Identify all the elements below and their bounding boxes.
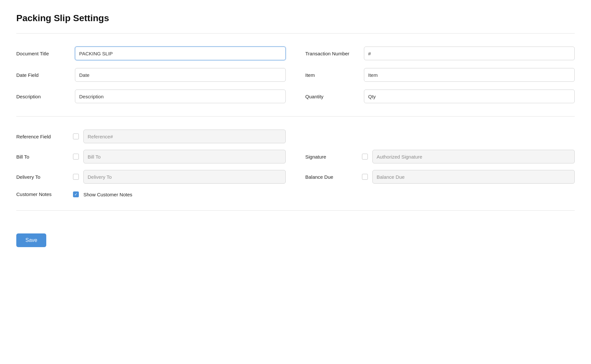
quantity-input[interactable] [364,90,575,103]
item-input[interactable] [364,68,575,82]
actions-section: Save [16,217,575,250]
item-row: Item [305,68,575,82]
delivery-to-label: Delivery To [16,174,68,180]
customer-notes-checkbox[interactable] [73,191,79,197]
balance-due-input[interactable] [372,170,575,184]
document-title-input[interactable] [75,47,286,60]
main-fields-grid: Document Title Transaction Number Date F… [16,47,575,103]
balance-due-checkbox[interactable] [362,174,368,180]
description-input[interactable] [75,90,286,103]
transaction-number-label: Transaction Number [305,51,357,56]
signature-checkbox[interactable] [362,154,368,160]
item-label: Item [305,72,357,78]
transaction-number-row: Transaction Number [305,47,575,60]
delivery-to-checkbox[interactable] [73,174,79,180]
quantity-row: Quantity [305,90,575,103]
page-title: Packing Slip Settings [16,13,575,23]
divider-middle [16,116,575,117]
date-field-row: Date Field [16,68,286,82]
transaction-number-input[interactable] [364,47,575,60]
balance-due-label: Balance Due [305,174,357,180]
reference-field-row: Reference Field [16,130,286,143]
signature-label: Signature [305,154,357,160]
bill-to-checkbox[interactable] [73,154,79,160]
signature-row: Signature [305,150,575,163]
customer-notes-row: Customer Notes Show Customer Notes [16,191,575,197]
reference-field-checkbox[interactable] [73,133,79,139]
delivery-to-row: Delivery To [16,170,286,184]
document-title-label: Document Title [16,51,68,56]
balance-due-row: Balance Due [305,170,575,184]
reference-field-label: Reference Field [16,134,68,139]
customer-notes-label-wrapper: Customer Notes [16,191,68,197]
bill-to-label: Bill To [16,154,68,160]
save-button[interactable]: Save [16,233,46,247]
checkbox-fields-grid: Reference Field Bill To Signature Delive… [16,130,575,184]
date-field-label: Date Field [16,72,68,78]
checkbox-fields-section: Reference Field Bill To Signature Delive… [16,123,575,204]
signature-input[interactable] [372,150,575,163]
description-row: Description [16,90,286,103]
description-label: Description [16,94,68,99]
delivery-to-input[interactable] [83,170,286,184]
main-fields-section: Document Title Transaction Number Date F… [16,40,575,110]
bill-to-input[interactable] [83,150,286,163]
show-customer-notes-text: Show Customer Notes [83,192,132,197]
document-title-row: Document Title [16,47,286,60]
empty-cell-reference [305,130,575,143]
customer-notes-label: Customer Notes [16,191,51,197]
reference-field-input[interactable] [83,130,286,143]
divider-bottom [16,210,575,211]
bill-to-row: Bill To [16,150,286,163]
quantity-label: Quantity [305,94,357,99]
date-field-input[interactable] [75,68,286,82]
divider-top [16,33,575,34]
